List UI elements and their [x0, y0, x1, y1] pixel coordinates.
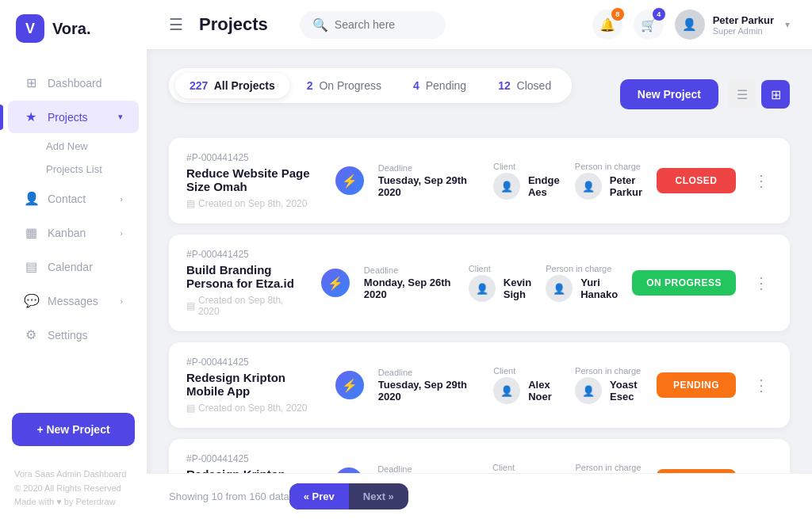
filter-view-row: 227 All Projects 2 On Progress 4 Pending…	[169, 68, 790, 120]
pagination: « Prev Next »	[289, 483, 408, 509]
pic-name: Yoast Esec	[610, 379, 642, 403]
sidebar-subitem-projects-list[interactable]: Projects List	[38, 158, 147, 181]
project-client: Client 👤 Endge Aes	[493, 162, 561, 200]
filter-pending[interactable]: 4 Pending	[399, 73, 481, 98]
project-id: #P-000441425	[186, 249, 307, 260]
client-name: Alex Noer	[528, 379, 561, 403]
client-label: Client	[492, 463, 561, 472]
project-deadline: Deadline Tuesday, Sep 29th 2020	[378, 163, 479, 198]
home-icon: ⊞	[24, 75, 38, 90]
settings-icon: ⚙	[24, 327, 38, 342]
sidebar-item-label: Messages	[48, 295, 98, 307]
avatar: 👤	[675, 10, 705, 40]
chevron-down-icon: ▾	[785, 19, 790, 30]
deadline-value: Monday, Sep 26th 2020	[364, 277, 454, 300]
project-client: Client 👤 Kevin Sigh	[469, 264, 531, 302]
next-page-button[interactable]: Next »	[349, 483, 408, 509]
sidebar-subitem-add-new[interactable]: Add New	[38, 135, 147, 158]
project-client: Client 👤 Alex Noer	[493, 366, 561, 404]
sidebar-item-dashboard[interactable]: ⊞ Dashboard	[8, 67, 139, 99]
footer-line3: Made with ♥ by Peterdraw	[14, 495, 132, 509]
more-options-button[interactable]: ⋮	[750, 168, 772, 193]
lightning-icon: ⚡	[321, 269, 350, 297]
footer-line2: © 2020 All Rights Reserved	[14, 482, 132, 496]
client-avatar: 👤	[469, 275, 496, 302]
pic-label: Person in charge	[575, 162, 642, 171]
more-options-button[interactable]: ⋮	[750, 270, 772, 296]
cart-button[interactable]: 🛒 4	[634, 10, 664, 40]
search-bar[interactable]: 🔍	[300, 11, 446, 39]
project-created: ▤ Created on Sep 8th, 2020	[186, 198, 321, 209]
project-card: #P-000441425 Redesign Kripton Mobile App…	[169, 342, 790, 428]
project-name: Redesign Kripton Mobile App	[186, 467, 320, 473]
sidebar-new-project-button[interactable]: + New Project	[12, 413, 135, 446]
lightning-icon: ⚡	[335, 371, 364, 399]
sidebar-item-messages[interactable]: 💬 Messages ›	[8, 284, 139, 317]
pic-avatar: 👤	[575, 377, 602, 404]
pic-group: 👤 Yuri Hanako	[546, 275, 618, 302]
logo-icon: V	[16, 14, 44, 43]
pic-group: 👤 Yoast Esec	[575, 377, 642, 404]
search-icon: 🔍	[312, 17, 328, 32]
project-card: #P-000441425 Redesign Kripton Mobile App…	[169, 439, 790, 473]
sidebar-footer: Vora Saas Admin Dashboard © 2020 All Rig…	[0, 458, 147, 519]
footer-line1: Vora Saas Admin Dashboard	[14, 467, 132, 482]
pic-name: Peter Parkur	[610, 174, 642, 198]
client-avatar: 👤	[493, 377, 520, 404]
client-group: 👤 Endge Aes	[493, 173, 561, 200]
sidebar-item-label: Dashboard	[48, 77, 102, 90]
status-badge: PENDING	[657, 372, 736, 398]
project-pic: Person in charge 👤 Yoast Esec	[575, 366, 642, 404]
sidebar-item-projects[interactable]: ★ Projects ▾	[8, 101, 139, 133]
sidebar-item-kanban[interactable]: ▦ Kanban ›	[8, 216, 139, 249]
filter-on-progress[interactable]: 2 On Progress	[293, 73, 396, 98]
project-id: #P-000441425	[186, 152, 321, 163]
notification-button[interactable]: 🔔 8	[592, 10, 622, 40]
project-list: #P-000441425 Reduce Website Page Size Om…	[169, 138, 790, 473]
sidebar: V Vora. ⊞ Dashboard ★ Projects ▾ Add New…	[0, 0, 147, 519]
filter-bar: 227 All Projects 2 On Progress 4 Pending…	[169, 68, 572, 103]
topbar-icons: 🔔 8 🛒 4 👤 Peter Parkur Super Admin ▾	[592, 10, 790, 40]
client-name: Kevin Sigh	[504, 277, 531, 300]
deadline-value: Tuesday, Sep 29th 2020	[378, 379, 479, 403]
sidebar-item-calendar[interactable]: ▤ Calendar	[8, 250, 139, 283]
project-deadline: Deadline Tuesday, Sep 29th 2020	[378, 368, 479, 403]
chevron-right-icon: ›	[120, 194, 123, 204]
messages-icon: 💬	[24, 293, 38, 308]
user-profile[interactable]: 👤 Peter Parkur Super Admin ▾	[675, 10, 790, 40]
topbar: ☰ Projects 🔍 🔔 8 🛒 4 👤 Peter Parkur Supe…	[147, 0, 812, 49]
pic-name: Yuri Hanako	[580, 277, 618, 300]
grid-view-button[interactable]: ⊞	[761, 80, 790, 109]
client-avatar: 👤	[493, 173, 520, 200]
client-label: Client	[469, 264, 531, 273]
pic-avatar: 👤	[546, 275, 573, 302]
main-area: ☰ Projects 🔍 🔔 8 🛒 4 👤 Peter Parkur Supe…	[147, 0, 812, 519]
bell-icon: 🔔	[599, 17, 615, 32]
filter-all-projects[interactable]: 227 All Projects	[175, 73, 289, 98]
pic-label: Person in charge	[575, 366, 642, 376]
sidebar-nav: ⊞ Dashboard ★ Projects ▾ Add New Project…	[0, 57, 147, 401]
client-label: Client	[493, 366, 561, 376]
more-options-button[interactable]: ⋮	[750, 372, 772, 398]
project-deadline: Deadline Monday, Sep 26th 2020	[364, 265, 454, 300]
bottom-bar: Showing 10 from 160 data « Prev Next »	[147, 473, 812, 519]
pic-label: Person in charge	[546, 264, 618, 273]
deadline-label: Deadline	[378, 163, 479, 173]
status-badge: ON PROGRESS	[632, 270, 736, 296]
deadline-label: Deadline	[378, 368, 479, 377]
list-view-button[interactable]: ☰	[728, 80, 756, 109]
contact-icon: 👤	[24, 191, 38, 206]
project-deadline: Deadline Tuesday, Sep 29th 2020	[377, 464, 478, 473]
sidebar-item-label: Contact	[48, 193, 86, 205]
menu-icon[interactable]: ☰	[169, 15, 183, 34]
sidebar-item-settings[interactable]: ⚙ Settings	[8, 319, 139, 351]
chevron-right-icon: ›	[120, 228, 123, 238]
project-card: #P-000441425 Build Branding Persona for …	[169, 235, 790, 331]
filter-closed[interactable]: 12 Closed	[484, 73, 565, 98]
notification-badge: 8	[611, 8, 624, 21]
project-info: #P-000441425 Redesign Kripton Mobile App…	[186, 357, 321, 414]
new-project-button[interactable]: New Project	[620, 79, 718, 109]
prev-page-button[interactable]: « Prev	[289, 483, 349, 509]
search-input[interactable]	[335, 18, 433, 31]
sidebar-item-contact[interactable]: 👤 Contact ›	[8, 182, 139, 215]
